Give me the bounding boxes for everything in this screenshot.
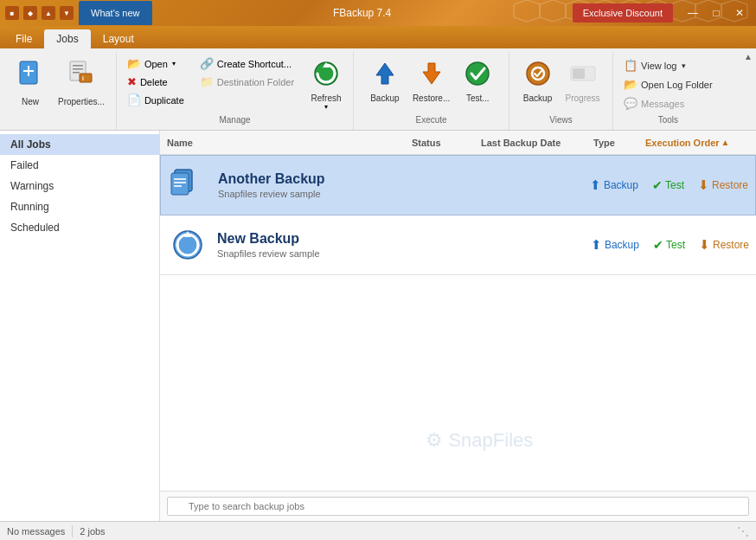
tab-layout[interactable]: Layout: [91, 29, 146, 48]
status-job-count: 2 jobs: [80, 526, 105, 537]
status-resize-handle[interactable]: ⋱: [737, 524, 749, 538]
search-input[interactable]: [167, 497, 749, 516]
job-2-name: New Backup: [217, 231, 591, 247]
new-button[interactable]: New: [10, 55, 50, 109]
svg-rect-14: [73, 68, 83, 70]
tab-jobs[interactable]: Jobs: [44, 29, 90, 48]
duplicate-button[interactable]: 📄 Duplicate: [124, 92, 188, 108]
svg-point-22: [466, 62, 489, 85]
progress-icon: [567, 58, 599, 92]
test-button[interactable]: Test...: [458, 55, 497, 106]
restore-button[interactable]: Restore...: [408, 55, 454, 106]
backup-view-icon: [522, 58, 554, 92]
title-icon-3: ▲: [42, 6, 55, 20]
job-2-backup-link[interactable]: ⬆ Backup: [591, 237, 639, 253]
title-icon-1: ■: [5, 6, 19, 20]
svg-rect-32: [174, 185, 182, 187]
svg-marker-21: [423, 63, 440, 84]
job-1-test-link[interactable]: ✔ Test: [652, 178, 684, 192]
sidebar-item-running[interactable]: Running: [0, 196, 159, 217]
open-log-icon: 📂: [624, 78, 637, 91]
table-row[interactable]: New Backup Snapfiles review sample ⬆ Bac…: [160, 215, 756, 275]
whats-new-tab[interactable]: What's new: [79, 1, 152, 25]
job-1-desc: Snapfiles review sample: [218, 189, 590, 199]
refresh-button[interactable]: Refresh ▾: [306, 55, 346, 113]
title-icon-2: ◆: [23, 6, 37, 20]
svg-rect-31: [174, 182, 186, 183]
job-1-restore-link[interactable]: ⬇ Restore: [698, 177, 748, 193]
column-name-header: Name: [167, 138, 412, 148]
column-type-header: Type: [593, 138, 645, 148]
view-log-icon: 📋: [624, 59, 637, 72]
sidebar-item-scheduled[interactable]: Scheduled: [0, 217, 159, 238]
job-1-name: Another Backup: [218, 171, 590, 187]
backup-up-arrow-2-icon: ⬆: [591, 237, 602, 253]
svg-rect-13: [73, 65, 83, 67]
destination-folder-button[interactable]: 📁 Destination Folder: [196, 74, 298, 90]
minimize-button[interactable]: —: [682, 4, 704, 22]
create-shortcut-button[interactable]: 🔗 Create Shortcut...: [196, 55, 298, 72]
svg-marker-20: [376, 63, 394, 84]
test-checkmark-icon: [462, 58, 493, 92]
restore-down-2-icon: ⬇: [699, 237, 710, 253]
create-shortcut-icon: 🔗: [200, 57, 214, 70]
title-icon-4: ▼: [60, 6, 74, 20]
job-2-restore-link[interactable]: ⬇ Restore: [699, 237, 749, 253]
app-title: FBackup 7.4: [333, 7, 391, 19]
delete-icon: ✖: [127, 75, 137, 88]
duplicate-icon: 📄: [127, 93, 141, 106]
svg-rect-11: [28, 66, 29, 76]
view-log-button[interactable]: 📋 View log ▾: [620, 57, 716, 74]
delete-button[interactable]: ✖ Delete: [124, 74, 188, 90]
job-1-backup-link[interactable]: ⬆ Backup: [590, 177, 638, 193]
open-log-folder-button[interactable]: 📂 Open Log Folder: [620, 76, 716, 93]
messages-icon: 💬: [624, 97, 637, 110]
job-2-desc: Snapfiles review sample: [217, 248, 591, 259]
svg-rect-15: [73, 72, 80, 74]
backup-up-icon: [369, 58, 400, 92]
svg-rect-26: [573, 68, 585, 79]
refresh-icon: [311, 58, 342, 92]
open-button[interactable]: 📂 Open ▾: [124, 55, 188, 72]
svg-text:i: i: [82, 75, 84, 81]
job-2-test-link[interactable]: ✔ Test: [653, 238, 685, 252]
maximize-button[interactable]: □: [705, 4, 727, 22]
ribbon-collapse-button[interactable]: ▲: [744, 52, 753, 61]
close-button[interactable]: ✕: [728, 4, 751, 22]
svg-rect-29: [171, 173, 189, 195]
job-1-icon: [168, 164, 209, 206]
backup-view-button[interactable]: Backup: [518, 55, 558, 106]
properties-button[interactable]: i Properties...: [54, 55, 109, 109]
test-check-2-icon: ✔: [653, 238, 663, 252]
column-lastbackup-header: Last Backup Date: [481, 138, 593, 148]
sidebar-item-warnings[interactable]: Warnings: [0, 176, 159, 196]
status-divider: [72, 525, 73, 537]
restore-down-icon: [416, 58, 447, 92]
svg-rect-30: [174, 178, 186, 180]
tab-file[interactable]: File: [3, 29, 44, 48]
sidebar-item-all-jobs[interactable]: All Jobs: [0, 134, 159, 155]
properties-icon: i: [66, 58, 97, 95]
open-icon: 📂: [127, 57, 141, 70]
column-execorder-header[interactable]: Execution Order ▲: [645, 138, 749, 148]
status-messages: No messages: [7, 526, 65, 537]
sidebar-item-failed[interactable]: Failed: [0, 155, 159, 176]
restore-down-arrow-icon: ⬇: [698, 177, 709, 193]
progress-button[interactable]: Progress: [561, 55, 605, 106]
destination-icon: 📁: [200, 75, 214, 88]
job-2-icon: [167, 224, 208, 266]
table-row[interactable]: Another Backup Snapfiles review sample ⬆…: [160, 155, 756, 215]
column-status-header: Status: [412, 138, 481, 148]
test-check-icon: ✔: [652, 178, 663, 192]
exclusive-discount-tab[interactable]: Exclusive Discount: [573, 3, 673, 22]
backup-execute-button[interactable]: Backup: [365, 55, 405, 106]
new-icon: [15, 58, 46, 95]
messages-button[interactable]: 💬 Messages: [620, 95, 716, 112]
svg-point-23: [527, 62, 549, 85]
backup-up-arrow-icon: ⬆: [590, 177, 601, 193]
